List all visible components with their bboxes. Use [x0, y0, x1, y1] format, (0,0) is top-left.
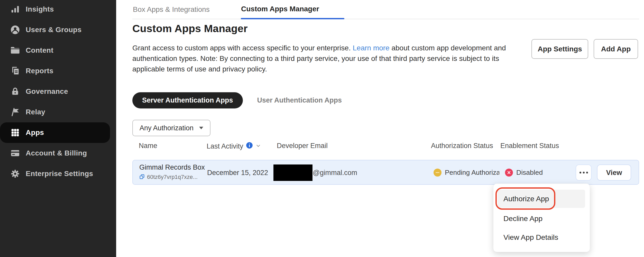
sidebar-nav: Insights Users & Groups — [0, 0, 116, 184]
folder-icon — [10, 45, 21, 56]
tab-bar: Box Apps & Integrations Custom Apps Mana… — [132, 0, 639, 19]
users-icon — [10, 24, 21, 35]
client-id: 60tz6y7vrp1q7xze... — [147, 174, 198, 180]
flag-icon — [10, 107, 21, 117]
sidebar-item-label: Apps — [26, 128, 44, 137]
ellipsis-icon — [579, 172, 588, 173]
authorization-status: Pending Authorization — [434, 169, 499, 177]
add-app-button[interactable]: Add App — [594, 39, 638, 59]
sidebar-item-label: Insights — [26, 5, 54, 13]
authorization-filter-dropdown[interactable]: Any Authorization — [132, 120, 210, 136]
active-tab-underline — [241, 18, 344, 19]
info-icon — [246, 142, 253, 151]
authorization-status-label: Pending Authorization — [445, 169, 499, 177]
sidebar-item-label: Content — [26, 46, 53, 54]
sidebar-item-apps[interactable]: Apps — [0, 122, 110, 143]
gear-icon — [10, 168, 21, 179]
sidebar-item-insights[interactable]: Insights — [0, 0, 110, 20]
sidebar-item-governance[interactable]: Governance — [0, 81, 110, 102]
sidebar-item-content[interactable]: Content — [0, 40, 110, 61]
view-button[interactable]: View — [597, 164, 631, 181]
sidebar-item-label: Users & Groups — [26, 26, 81, 34]
column-header-last-activity[interactable]: Last Activity — [207, 142, 261, 151]
sidebar: Insights Users & Groups — [0, 0, 116, 257]
column-header-authorization-status: Authorization Status — [431, 142, 493, 150]
reports-icon — [10, 66, 21, 76]
page-title: Custom Apps Manager — [132, 23, 248, 35]
sidebar-item-enterprise-settings[interactable]: Enterprise Settings — [0, 163, 110, 184]
client-id-row: 60tz6y7vrp1q7xze... — [139, 174, 198, 180]
learn-more-link[interactable]: Learn more — [353, 44, 389, 52]
copy-icon[interactable] — [139, 174, 145, 180]
page-description: Grant access to custom apps with access … — [132, 43, 523, 74]
caret-down-icon — [199, 127, 203, 129]
menu-item-authorize-app[interactable]: Authorize App — [503, 190, 581, 208]
segment-server-authentication-apps[interactable]: Server Authentication Apps — [132, 92, 243, 108]
column-header-label: Last Activity — [207, 142, 243, 150]
chevron-down-icon — [255, 142, 261, 150]
description-text: Grant access to custom apps with access … — [132, 44, 353, 52]
auth-type-segmented-control: Server Authentication Apps User Authenti… — [132, 92, 342, 108]
context-menu: Authorize App Decline App View App Detai… — [493, 183, 590, 252]
developer-email-domain: @gimmal.com — [313, 169, 357, 177]
sidebar-item-label: Relay — [26, 108, 45, 116]
sidebar-item-label: Reports — [26, 67, 53, 75]
app-name: Gimmal Records Box — [139, 163, 205, 171]
lock-icon — [10, 86, 21, 97]
sidebar-item-reports[interactable]: Reports — [0, 61, 110, 81]
sidebar-item-relay[interactable]: Relay — [0, 102, 110, 122]
sidebar-item-label: Governance — [26, 87, 68, 96]
sidebar-item-users-groups[interactable]: Users & Groups — [0, 20, 110, 40]
tab-custom-apps-manager[interactable]: Custom Apps Manager — [241, 5, 319, 13]
redacted-email-block — [273, 164, 312, 181]
credit-card-icon — [10, 148, 21, 159]
box-admin-console: Insights Users & Groups — [0, 0, 644, 257]
row-actions-button[interactable] — [576, 164, 592, 181]
table-row: Gimmal Records Box 60tz6y7vrp1q7xze... D… — [132, 160, 639, 185]
sidebar-item-account-billing[interactable]: Account & Billing — [0, 143, 110, 163]
bar-chart-icon — [10, 4, 21, 15]
app-settings-button[interactable]: App Settings — [531, 39, 588, 59]
enablement-status: Disabled — [505, 169, 543, 177]
table-header: Name Last Activity Developer Email — [132, 142, 639, 153]
segment-user-authentication-apps[interactable]: User Authentication Apps — [257, 96, 342, 104]
sidebar-item-label: Enterprise Settings — [26, 170, 93, 178]
apps-grid-icon — [10, 127, 21, 138]
enablement-status-label: Disabled — [516, 169, 543, 177]
menu-item-decline-app[interactable]: Decline App — [503, 210, 581, 226]
sidebar-item-label: Account & Billing — [26, 149, 87, 157]
column-header-developer-email: Developer Email — [277, 142, 328, 150]
column-header-enablement-status: Enablement Status — [500, 142, 559, 150]
menu-item-view-app-details[interactable]: View App Details — [503, 229, 581, 245]
filter-label: Any Authorization — [140, 124, 194, 132]
tab-box-apps-integrations[interactable]: Box Apps & Integrations — [133, 5, 210, 14]
pending-icon — [434, 169, 441, 177]
main-content: Box Apps & Integrations Custom Apps Mana… — [116, 0, 644, 257]
error-icon — [505, 169, 513, 177]
last-activity-value: December 15, 2022 — [207, 169, 268, 177]
column-header-name: Name — [139, 142, 157, 150]
